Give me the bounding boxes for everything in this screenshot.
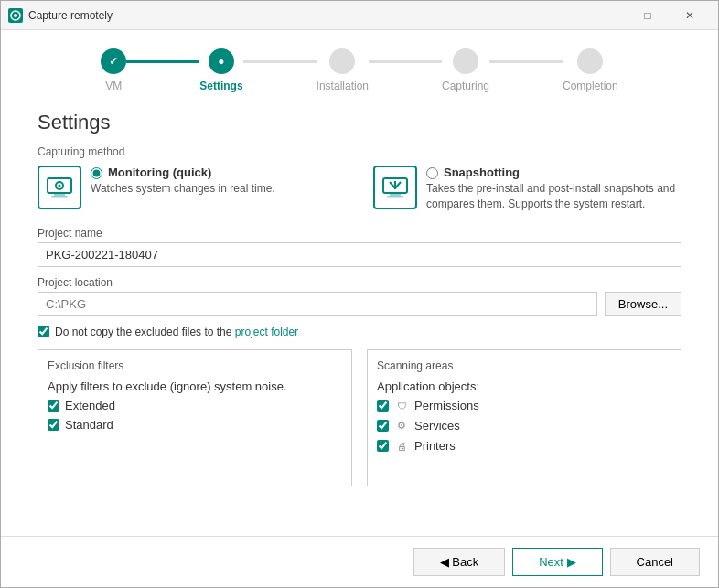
app-window: Capture remotely ─ □ ✕ ✓ VM ● Settings — [0, 0, 719, 588]
scan-services-checkbox[interactable] — [377, 420, 389, 432]
scan-services-label: Services — [414, 419, 460, 433]
project-name-input[interactable] — [38, 242, 681, 267]
project-location-group: Project location Browse... — [38, 276, 681, 316]
monitoring-title: Monitoring (quick) — [91, 166, 346, 179]
printers-icon: 🖨 — [394, 439, 409, 454]
scan-permissions-label: Permissions — [414, 399, 479, 412]
step-completion-label: Completion — [563, 80, 618, 92]
svg-rect-4 — [51, 196, 68, 198]
app-objects-label: Application objects: — [377, 380, 671, 393]
step-settings-label: Settings — [199, 80, 242, 92]
app-objects-text: Application objects: — [377, 380, 479, 393]
step-line-3 — [369, 60, 442, 63]
filter-standard-checkbox[interactable] — [48, 419, 59, 431]
services-icon: ⚙ — [394, 419, 409, 433]
project-location-input[interactable] — [38, 292, 597, 316]
scan-printers-item: 🖨 Printers — [377, 439, 671, 454]
svg-rect-8 — [390, 193, 401, 196]
monitoring-content: Monitoring (quick) Watches system change… — [91, 166, 346, 197]
step-installation: Installation — [317, 48, 369, 92]
stepper: ✓ VM ● Settings Installation Capturing — [1, 30, 718, 102]
step-settings: ● Settings — [199, 48, 242, 92]
scan-printers-checkbox[interactable] — [377, 440, 389, 452]
project-location-label: Project location — [38, 276, 681, 289]
snapshotting-radio[interactable] — [426, 167, 438, 179]
scan-services-item: ⚙ Services — [377, 419, 671, 433]
capturing-method-group: Monitoring (quick) Watches system change… — [38, 166, 681, 212]
monitoring-desc: Watches system changes in real time. — [91, 181, 346, 197]
scan-permissions-checkbox[interactable] — [377, 400, 389, 412]
exclusion-filters-box: Exclusion filters Apply filters to exclu… — [38, 349, 352, 486]
filter-desc-text: Apply filters to exclude (ignore) system… — [48, 380, 287, 393]
close-button[interactable]: ✕ — [669, 1, 711, 30]
filter-desc-row: Apply filters to exclude (ignore) system… — [48, 380, 342, 393]
exclusion-filters-title: Exclusion filters — [48, 359, 342, 372]
maximize-button[interactable]: □ — [627, 1, 669, 30]
step-capturing: Capturing — [442, 48, 489, 92]
step-installation-label: Installation — [317, 80, 369, 92]
title-bar: Capture remotely ─ □ ✕ — [1, 1, 718, 30]
scan-printers-label: Printers — [414, 439, 456, 453]
browse-button[interactable]: Browse... — [605, 292, 681, 316]
copy-checkbox-row: Do not copy the excluded files to the pr… — [38, 326, 681, 338]
project-name-label: Project name — [38, 227, 681, 240]
step-vm-circle: ✓ — [101, 48, 126, 74]
step-vm-label: VM — [105, 80, 122, 92]
step-capturing-circle — [453, 48, 478, 74]
filter-standard-item: Standard — [48, 418, 342, 432]
filters-areas-row: Exclusion filters Apply filters to exclu… — [38, 349, 681, 486]
option-monitoring: Monitoring (quick) Watches system change… — [38, 166, 346, 212]
svg-point-1 — [14, 14, 17, 17]
project-folder-link[interactable]: project folder — [235, 326, 298, 338]
svg-point-6 — [59, 185, 61, 187]
scan-permissions-item: 🛡 Permissions — [377, 399, 671, 413]
back-button[interactable]: ◀ Back — [413, 548, 506, 576]
filter-standard-label: Standard — [65, 418, 113, 432]
step-line-1 — [126, 60, 199, 63]
step-line-2 — [243, 60, 317, 63]
footer: ◀ Back Next ▶ Cancel — [1, 536, 718, 587]
page-title: Settings — [38, 111, 681, 134]
scanning-areas-title: Scanning areas — [377, 359, 671, 372]
content-area: Settings Capturing method Monitoring (qu… — [1, 102, 718, 536]
next-button[interactable]: Next ▶ — [512, 548, 602, 576]
filter-extended-checkbox[interactable] — [48, 400, 59, 412]
filter-extended-label: Extended — [65, 399, 115, 412]
svg-rect-3 — [54, 193, 65, 196]
filter-extended-item: Extended — [48, 399, 342, 412]
monitoring-radio[interactable] — [91, 167, 102, 179]
copy-checkbox-label: Do not copy the excluded files to the pr… — [55, 326, 298, 338]
step-list: ✓ VM ● Settings Installation Capturing — [101, 48, 617, 92]
permissions-icon: 🛡 — [394, 399, 409, 413]
project-name-group: Project name — [38, 227, 681, 267]
step-completion: Completion — [563, 48, 618, 92]
capturing-method-label: Capturing method — [38, 145, 681, 158]
monitoring-icon — [38, 166, 81, 209]
scanning-areas-box: Scanning areas Application objects: 🛡 Pe… — [367, 349, 681, 486]
window-controls: ─ □ ✕ — [585, 1, 711, 30]
snapshotting-desc: Takes the pre-install and post-install s… — [426, 181, 681, 212]
svg-rect-9 — [387, 196, 403, 198]
cancel-button[interactable]: Cancel — [610, 548, 700, 576]
option-snapshotting: Snapshotting Takes the pre-install and p… — [373, 166, 681, 212]
window-title: Capture remotely — [28, 9, 585, 22]
copy-excluded-checkbox[interactable] — [38, 326, 49, 337]
step-line-4 — [489, 60, 563, 63]
step-vm: ✓ VM — [101, 48, 126, 92]
step-settings-circle: ● — [209, 48, 234, 74]
step-installation-circle — [329, 48, 355, 74]
step-capturing-label: Capturing — [442, 80, 489, 92]
snapshotting-content: Snapshotting Takes the pre-install and p… — [426, 166, 681, 212]
project-location-row: Browse... — [38, 292, 681, 316]
snapshotting-icon — [373, 166, 417, 209]
snapshotting-title: Snapshotting — [426, 166, 681, 179]
step-completion-circle — [577, 48, 603, 74]
app-icon — [8, 8, 23, 23]
minimize-button[interactable]: ─ — [585, 1, 627, 30]
